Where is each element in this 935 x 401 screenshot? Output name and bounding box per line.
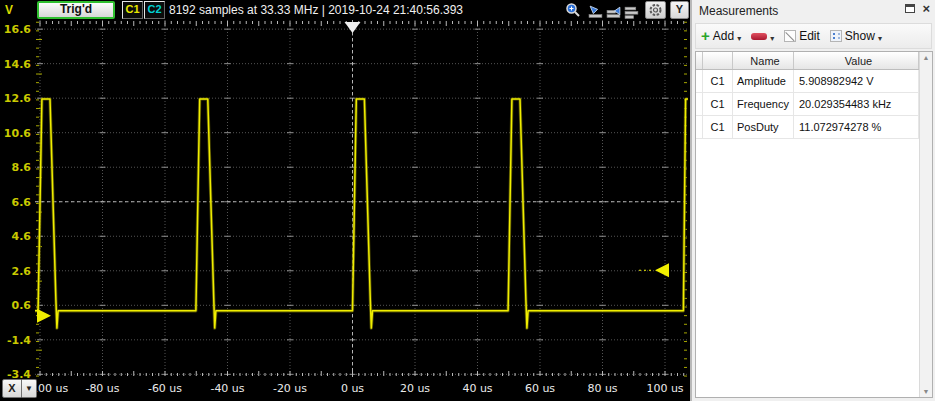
oscilloscope-view: 16.614.612.610.68.66.64.62.60.6-1.4-3.4-…	[0, 0, 690, 401]
row-name: Amplitude	[733, 70, 794, 92]
measurement-row[interactable]: C1 Frequency 20.029354483 kHz	[696, 93, 932, 116]
row-name: Frequency	[733, 93, 794, 115]
plot-options-button[interactable]	[645, 1, 666, 19]
row-value: 11.072974278 %	[794, 116, 919, 138]
svg-text:-1.4: -1.4	[7, 334, 31, 347]
svg-text:16.6: 16.6	[4, 23, 31, 36]
panel-title: Measurements	[699, 4, 778, 18]
zoom-magnifier-icon[interactable]	[565, 2, 581, 18]
row-value: 20.029354483 kHz	[794, 93, 919, 115]
svg-text:0.6: 0.6	[12, 299, 32, 312]
row-channel: C1	[703, 70, 733, 92]
channel-1-button[interactable]: C1	[122, 1, 143, 19]
svg-text:60 us: 60 us	[525, 382, 555, 395]
measurement-row[interactable]: C1 Amplitude 5.908982942 V	[696, 70, 932, 93]
svg-text:80 us: 80 us	[587, 382, 617, 395]
minus-icon	[751, 33, 767, 40]
svg-text:2.6: 2.6	[12, 265, 32, 278]
table-scrollbar[interactable]: ▲ ▼	[919, 52, 932, 397]
row-name: PosDuty	[733, 116, 794, 138]
x-axis-tick-labels: -100 us-80 us-60 us-40 us-20 us0 us20 us…	[27, 382, 684, 395]
edit-icon	[784, 30, 796, 42]
y-axis-tick-labels: 16.614.612.610.68.66.64.62.60.6-1.4-3.4	[4, 23, 31, 381]
svg-text:40 us: 40 us	[462, 382, 492, 395]
scroll-down-icon[interactable]: ▼	[920, 388, 932, 395]
scroll-up-icon[interactable]: ▲	[920, 54, 932, 61]
remove-dropdown-caret: ▾	[770, 34, 774, 43]
measurements-panel: Measurements × + Add ▾ ▾ Edit Show ▾ Nam…	[690, 0, 935, 401]
svg-text:4.6: 4.6	[12, 230, 32, 243]
svg-text:0 us: 0 us	[341, 382, 364, 395]
svg-text:-80 us: -80 us	[85, 382, 119, 395]
x-axis-button[interactable]: X	[2, 379, 22, 398]
trigger-status-button[interactable]: Trig'd	[37, 1, 115, 19]
y-axis-panel-button[interactable]: Y	[670, 1, 689, 19]
y-axis-unit-label: V	[5, 3, 13, 17]
measurements-table: Name Value C1 Amplitude 5.908982942 V C1…	[695, 51, 933, 398]
zoom-fit-y-icon[interactable]	[606, 4, 622, 20]
gear-icon	[646, 2, 665, 18]
float-panel-icon[interactable]	[905, 4, 915, 13]
zoom-fit-all-icon[interactable]	[624, 4, 640, 20]
scope-plot[interactable]: 16.614.612.610.68.66.64.62.60.6-1.4-3.4-…	[0, 0, 690, 401]
row-channel: C1	[703, 116, 733, 138]
table-header-row: Name Value	[696, 52, 932, 70]
svg-text:8.6: 8.6	[12, 161, 32, 174]
remove-measurement-button[interactable]: ▾	[751, 30, 774, 43]
svg-text:-60 us: -60 us	[148, 382, 182, 395]
acquisition-status-text: 8192 samples at 33.33 MHz | 2019-10-24 2…	[169, 3, 463, 17]
svg-text:6.6: 6.6	[12, 196, 32, 209]
add-measurement-button[interactable]: + Add ▾	[701, 29, 741, 43]
svg-text:10.6: 10.6	[4, 127, 31, 140]
svg-text:-40 us: -40 us	[210, 382, 244, 395]
x-axis-dropdown-caret[interactable]: ▼	[22, 379, 37, 398]
header-value[interactable]: Value	[794, 52, 919, 69]
zoom-fit-x-icon[interactable]	[588, 4, 604, 20]
header-name[interactable]: Name	[733, 52, 794, 69]
measurements-toolbar: + Add ▾ ▾ Edit Show ▾	[695, 23, 932, 49]
channel-2-button[interactable]: C2	[144, 1, 165, 19]
plus-icon: +	[701, 30, 710, 42]
x-axis-selector[interactable]: X ▼	[2, 379, 37, 398]
svg-text:-20 us: -20 us	[273, 382, 307, 395]
edit-measurement-button[interactable]: Edit	[784, 29, 820, 43]
show-options-button[interactable]: Show ▾	[830, 29, 882, 43]
close-panel-icon[interactable]: ×	[922, 3, 930, 14]
row-channel: C1	[703, 93, 733, 115]
header-corner	[696, 52, 703, 69]
show-icon	[830, 30, 842, 42]
row-value: 5.908982942 V	[794, 70, 919, 92]
svg-text:14.6: 14.6	[4, 58, 31, 71]
svg-text:20 us: 20 us	[400, 382, 430, 395]
svg-text:100 us: 100 us	[646, 382, 683, 395]
header-channel[interactable]	[703, 52, 733, 69]
svg-text:12.6: 12.6	[4, 92, 31, 105]
show-dropdown-caret: ▾	[878, 34, 882, 43]
measurement-row[interactable]: C1 PosDuty 11.072974278 %	[696, 116, 932, 139]
add-dropdown-caret: ▾	[737, 34, 741, 43]
